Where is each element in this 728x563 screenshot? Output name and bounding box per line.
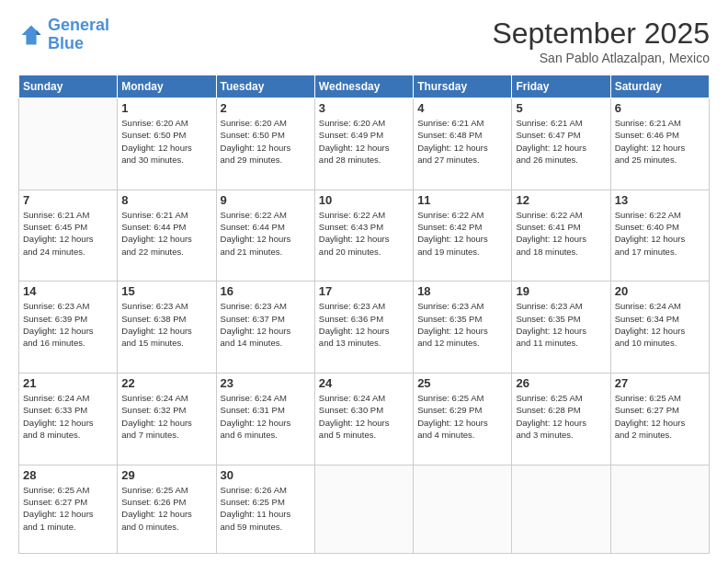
logo-icon <box>18 22 44 48</box>
calendar-week-5: 28Sunrise: 6:25 AM Sunset: 6:27 PM Dayli… <box>19 465 710 553</box>
calendar-cell: 29Sunrise: 6:25 AM Sunset: 6:26 PM Dayli… <box>118 465 216 553</box>
weekday-header-friday: Friday <box>512 75 610 98</box>
month-title: September 2025 <box>492 17 710 51</box>
day-number: 13 <box>615 193 705 207</box>
calendar-cell: 17Sunrise: 6:23 AM Sunset: 6:36 PM Dayli… <box>314 282 413 373</box>
calendar-cell: 9Sunrise: 6:22 AM Sunset: 6:44 PM Daylig… <box>216 190 314 282</box>
day-number: 25 <box>417 376 507 390</box>
weekday-header-thursday: Thursday <box>414 75 512 98</box>
day-info: Sunrise: 6:20 AM Sunset: 6:49 PM Dayligh… <box>319 117 409 166</box>
day-number: 14 <box>23 284 113 298</box>
day-info: Sunrise: 6:25 AM Sunset: 6:27 PM Dayligh… <box>23 484 113 533</box>
calendar-cell: 10Sunrise: 6:22 AM Sunset: 6:43 PM Dayli… <box>314 190 413 282</box>
page: General Blue September 2025 San Pablo At… <box>0 0 728 563</box>
day-number: 3 <box>319 101 409 115</box>
day-info: Sunrise: 6:24 AM Sunset: 6:31 PM Dayligh… <box>221 392 311 441</box>
day-number: 16 <box>221 284 311 298</box>
calendar-cell: 4Sunrise: 6:21 AM Sunset: 6:48 PM Daylig… <box>414 98 512 190</box>
logo-text: General Blue <box>48 17 109 53</box>
day-info: Sunrise: 6:24 AM Sunset: 6:34 PM Dayligh… <box>615 300 705 349</box>
day-number: 19 <box>516 284 606 298</box>
calendar-cell: 13Sunrise: 6:22 AM Sunset: 6:40 PM Dayli… <box>610 190 709 282</box>
calendar-cell: 6Sunrise: 6:21 AM Sunset: 6:46 PM Daylig… <box>610 98 709 190</box>
calendar-cell <box>610 465 709 553</box>
day-info: Sunrise: 6:24 AM Sunset: 6:33 PM Dayligh… <box>23 392 113 441</box>
calendar-cell: 27Sunrise: 6:25 AM Sunset: 6:27 PM Dayli… <box>610 373 709 465</box>
calendar-week-2: 7Sunrise: 6:21 AM Sunset: 6:45 PM Daylig… <box>19 190 710 282</box>
day-number: 17 <box>319 284 409 298</box>
day-info: Sunrise: 6:20 AM Sunset: 6:50 PM Dayligh… <box>121 117 211 166</box>
day-info: Sunrise: 6:23 AM Sunset: 6:38 PM Dayligh… <box>121 300 211 349</box>
calendar-cell: 19Sunrise: 6:23 AM Sunset: 6:35 PM Dayli… <box>512 282 610 373</box>
calendar-cell: 30Sunrise: 6:26 AM Sunset: 6:25 PM Dayli… <box>216 465 314 553</box>
day-info: Sunrise: 6:25 AM Sunset: 6:29 PM Dayligh… <box>417 392 507 441</box>
calendar-cell: 15Sunrise: 6:23 AM Sunset: 6:38 PM Dayli… <box>118 282 216 373</box>
calendar-cell: 21Sunrise: 6:24 AM Sunset: 6:33 PM Dayli… <box>19 373 118 465</box>
day-number: 26 <box>516 376 606 390</box>
header: General Blue September 2025 San Pablo At… <box>18 17 710 65</box>
calendar-cell: 7Sunrise: 6:21 AM Sunset: 6:45 PM Daylig… <box>19 190 118 282</box>
day-info: Sunrise: 6:21 AM Sunset: 6:46 PM Dayligh… <box>615 117 705 166</box>
day-number: 21 <box>23 376 113 390</box>
day-number: 7 <box>23 193 113 207</box>
svg-marker-1 <box>37 29 41 35</box>
logo-line1: General <box>48 16 109 34</box>
calendar-cell: 16Sunrise: 6:23 AM Sunset: 6:37 PM Dayli… <box>216 282 314 373</box>
day-info: Sunrise: 6:21 AM Sunset: 6:47 PM Dayligh… <box>516 117 606 166</box>
day-info: Sunrise: 6:23 AM Sunset: 6:36 PM Dayligh… <box>319 300 409 349</box>
day-number: 20 <box>615 284 705 298</box>
weekday-header-row: SundayMondayTuesdayWednesdayThursdayFrid… <box>19 75 710 98</box>
calendar-cell: 26Sunrise: 6:25 AM Sunset: 6:28 PM Dayli… <box>512 373 610 465</box>
calendar: SundayMondayTuesdayWednesdayThursdayFrid… <box>18 75 710 554</box>
day-number: 28 <box>23 468 113 482</box>
weekday-header-saturday: Saturday <box>610 75 709 98</box>
calendar-cell: 20Sunrise: 6:24 AM Sunset: 6:34 PM Dayli… <box>610 282 709 373</box>
day-info: Sunrise: 6:24 AM Sunset: 6:30 PM Dayligh… <box>319 392 409 441</box>
day-info: Sunrise: 6:23 AM Sunset: 6:37 PM Dayligh… <box>221 300 311 349</box>
day-number: 18 <box>417 284 507 298</box>
day-info: Sunrise: 6:23 AM Sunset: 6:35 PM Dayligh… <box>516 300 606 349</box>
calendar-cell <box>414 465 512 553</box>
day-number: 6 <box>615 101 705 115</box>
day-info: Sunrise: 6:22 AM Sunset: 6:43 PM Dayligh… <box>319 209 409 258</box>
calendar-cell: 18Sunrise: 6:23 AM Sunset: 6:35 PM Dayli… <box>414 282 512 373</box>
title-block: September 2025 San Pablo Atlazalpan, Mex… <box>492 17 710 65</box>
weekday-header-wednesday: Wednesday <box>314 75 413 98</box>
day-info: Sunrise: 6:23 AM Sunset: 6:39 PM Dayligh… <box>23 300 113 349</box>
calendar-cell: 3Sunrise: 6:20 AM Sunset: 6:49 PM Daylig… <box>314 98 413 190</box>
calendar-cell: 23Sunrise: 6:24 AM Sunset: 6:31 PM Dayli… <box>216 373 314 465</box>
day-number: 8 <box>121 193 211 207</box>
day-number: 24 <box>319 376 409 390</box>
calendar-cell: 28Sunrise: 6:25 AM Sunset: 6:27 PM Dayli… <box>19 465 118 553</box>
logo-line2: Blue <box>48 34 84 52</box>
calendar-cell: 14Sunrise: 6:23 AM Sunset: 6:39 PM Dayli… <box>19 282 118 373</box>
calendar-cell <box>19 98 118 190</box>
day-info: Sunrise: 6:24 AM Sunset: 6:32 PM Dayligh… <box>121 392 211 441</box>
day-info: Sunrise: 6:22 AM Sunset: 6:41 PM Dayligh… <box>516 209 606 258</box>
day-info: Sunrise: 6:22 AM Sunset: 6:44 PM Dayligh… <box>221 209 311 258</box>
calendar-cell: 12Sunrise: 6:22 AM Sunset: 6:41 PM Dayli… <box>512 190 610 282</box>
day-number: 23 <box>221 376 311 390</box>
day-info: Sunrise: 6:23 AM Sunset: 6:35 PM Dayligh… <box>417 300 507 349</box>
calendar-cell: 24Sunrise: 6:24 AM Sunset: 6:30 PM Dayli… <box>314 373 413 465</box>
calendar-cell: 1Sunrise: 6:20 AM Sunset: 6:50 PM Daylig… <box>118 98 216 190</box>
day-info: Sunrise: 6:20 AM Sunset: 6:50 PM Dayligh… <box>221 117 311 166</box>
day-info: Sunrise: 6:22 AM Sunset: 6:42 PM Dayligh… <box>417 209 507 258</box>
calendar-cell <box>512 465 610 553</box>
day-number: 22 <box>121 376 211 390</box>
calendar-week-1: 1Sunrise: 6:20 AM Sunset: 6:50 PM Daylig… <box>19 98 710 190</box>
day-info: Sunrise: 6:26 AM Sunset: 6:25 PM Dayligh… <box>221 484 311 533</box>
calendar-cell: 8Sunrise: 6:21 AM Sunset: 6:44 PM Daylig… <box>118 190 216 282</box>
logo: General Blue <box>18 17 109 53</box>
weekday-header-monday: Monday <box>118 75 216 98</box>
weekday-header-sunday: Sunday <box>19 75 118 98</box>
day-info: Sunrise: 6:25 AM Sunset: 6:28 PM Dayligh… <box>516 392 606 441</box>
calendar-cell <box>314 465 413 553</box>
day-info: Sunrise: 6:22 AM Sunset: 6:40 PM Dayligh… <box>615 209 705 258</box>
day-info: Sunrise: 6:21 AM Sunset: 6:45 PM Dayligh… <box>23 209 113 258</box>
day-number: 30 <box>221 468 311 482</box>
day-number: 4 <box>417 101 507 115</box>
location-subtitle: San Pablo Atlazalpan, Mexico <box>492 51 710 65</box>
day-number: 27 <box>615 376 705 390</box>
calendar-cell: 22Sunrise: 6:24 AM Sunset: 6:32 PM Dayli… <box>118 373 216 465</box>
